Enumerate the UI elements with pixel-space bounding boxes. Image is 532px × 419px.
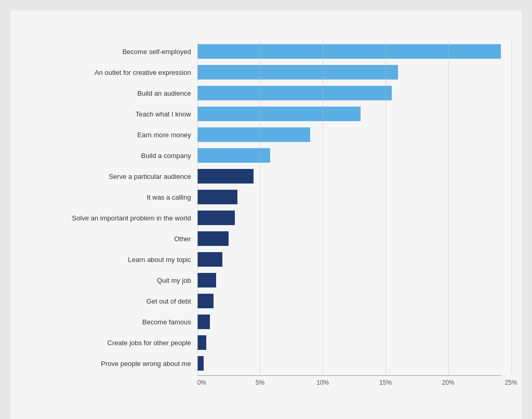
bar-row: Earn more money <box>21 125 501 145</box>
bar-label: Solve an important problem in the world <box>21 214 197 222</box>
bar-row: Build an audience <box>21 83 501 103</box>
bar-fill <box>197 127 310 142</box>
bar-track <box>197 312 501 332</box>
bar-track <box>197 353 501 373</box>
bar-row: Build a company <box>21 146 501 165</box>
bar-row: Become self-employed <box>21 42 501 61</box>
bar-track <box>197 250 501 269</box>
bar-track <box>197 83 501 103</box>
bar-label: Prove people wrong about me <box>21 360 197 368</box>
bar-row: Solve an important problem in the world <box>21 208 501 228</box>
bar-label: Become famous <box>21 318 197 326</box>
x-axis-label: 20% <box>442 379 455 386</box>
bar-track <box>197 229 501 248</box>
bar-fill <box>197 211 235 225</box>
bar-label: Learn about my topic <box>21 256 197 264</box>
bar-label: Serve a particular audience <box>21 173 197 180</box>
bar-row: Other <box>21 229 501 248</box>
bar-track <box>197 333 501 352</box>
bar-label: Become self-employed <box>21 48 197 56</box>
bar-track <box>197 291 501 311</box>
bar-fill <box>197 107 361 121</box>
x-axis-label: 25% <box>505 379 517 386</box>
grid-line <box>511 42 512 374</box>
bar-row: Learn about my topic <box>21 250 501 269</box>
bar-track <box>197 270 501 290</box>
bar-track <box>197 125 501 145</box>
bar-row: Prove people wrong about me <box>21 353 501 373</box>
bar-row: An outlet for creative expression <box>21 62 501 82</box>
chart-area: Become self-employedAn outlet for creati… <box>21 42 501 388</box>
bar-track <box>197 208 501 228</box>
bar-row: Get out of debt <box>21 291 501 311</box>
bar-track <box>197 146 501 165</box>
bar-label: Build a company <box>21 152 197 160</box>
bar-label: Earn more money <box>21 131 197 139</box>
bar-fill <box>197 190 237 204</box>
bar-fill <box>197 335 206 350</box>
bar-label: An outlet for creative expression <box>21 69 197 76</box>
bar-fill <box>197 65 398 80</box>
bar-fill <box>197 356 204 371</box>
bar-fill <box>197 231 229 246</box>
bar-label: Get out of debt <box>21 297 197 305</box>
bar-label: It was a calling <box>21 193 197 201</box>
bar-row: Create jobs for other people <box>21 333 501 352</box>
bar-fill <box>197 44 501 59</box>
bar-label: Quit my job <box>21 277 197 284</box>
x-axis-label: 15% <box>379 379 392 386</box>
bar-label: Create jobs for other people <box>21 339 197 347</box>
bar-row: Teach what I know <box>21 104 501 124</box>
chart-container: Become self-employedAn outlet for creati… <box>10 10 522 419</box>
bar-label: Other <box>21 235 197 243</box>
bar-track <box>197 62 501 82</box>
bar-row: Become famous <box>21 312 501 332</box>
bar-track <box>197 187 501 207</box>
x-axis-label: 5% <box>256 379 264 386</box>
bar-fill <box>197 148 270 163</box>
bar-row: It was a calling <box>21 187 501 207</box>
bar-fill <box>197 252 222 267</box>
x-axis: 0%5%10%15%20%25% <box>197 375 501 388</box>
bar-track <box>197 42 501 61</box>
x-axis-label: 10% <box>316 379 329 386</box>
bar-fill <box>197 273 216 287</box>
bar-track <box>197 166 501 186</box>
bar-track <box>197 104 501 124</box>
bar-row: Quit my job <box>21 270 501 290</box>
bar-label: Teach what I know <box>21 110 197 118</box>
bar-fill <box>197 294 214 308</box>
bar-row: Serve a particular audience <box>21 166 501 186</box>
bar-fill <box>197 169 254 184</box>
bar-label: Build an audience <box>21 89 197 97</box>
x-axis-label: 0% <box>197 379 206 386</box>
bar-fill <box>197 86 392 100</box>
bar-fill <box>197 315 210 329</box>
